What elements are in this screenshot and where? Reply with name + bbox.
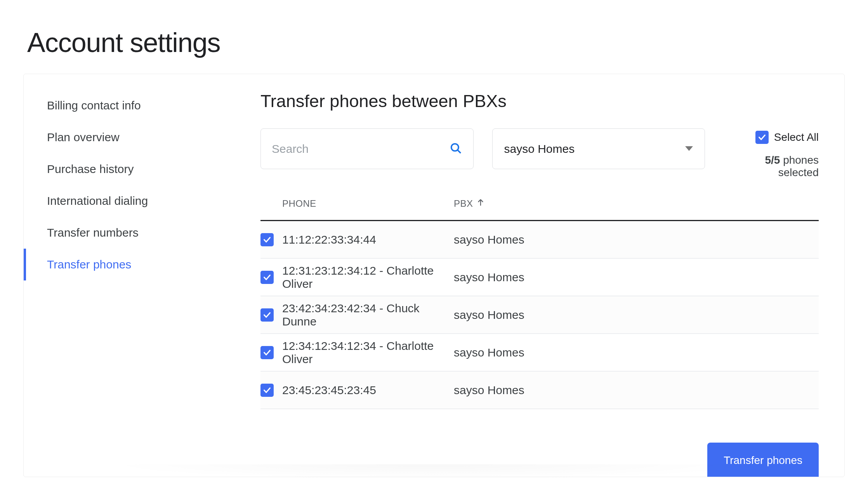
column-pbx[interactable]: PBX (454, 198, 819, 209)
select-all-label: Select All (774, 131, 819, 144)
arrow-up-icon (476, 198, 485, 209)
sidebar-item-billing[interactable]: Billing contact info (24, 90, 260, 121)
row-pbx: sayso Homes (454, 271, 819, 284)
svg-point-0 (451, 144, 458, 151)
row-pbx: sayso Homes (454, 384, 819, 397)
selection-suffix: phones selected (778, 154, 819, 178)
right-controls: Select All 5/5 phones selected (724, 128, 819, 179)
table-row[interactable]: 12:34:12:34:12:34 - Charlotte Oliversays… (260, 334, 819, 372)
pbx-select[interactable]: sayso Homes (492, 128, 705, 169)
sidebar-item-purchase[interactable]: Purchase history (24, 153, 260, 185)
row-phone: 12:31:23:12:34:12 - Charlotte Oliver (282, 264, 454, 291)
sidebar-item-transfer-phones[interactable]: Transfer phones (24, 249, 260, 280)
sidebar-item-plan[interactable]: Plan overview (24, 121, 260, 153)
row-pbx: sayso Homes (454, 233, 819, 246)
dropdown-icon (685, 145, 693, 152)
pbx-selected-label: sayso Homes (504, 142, 575, 156)
row-phone: 23:42:34:23:42:34 - Chuck Dunne (282, 302, 454, 328)
check-icon (263, 348, 271, 357)
check-icon (263, 273, 271, 282)
select-all-toggle[interactable]: Select All (755, 131, 819, 144)
search-icon[interactable] (449, 142, 462, 156)
table-row[interactable]: 23:42:34:23:42:34 - Chuck Dunnesayso Hom… (260, 296, 819, 334)
column-pbx-label: PBX (454, 198, 473, 209)
controls-row: sayso Homes Select All 5/5 phones select… (260, 128, 819, 179)
check-icon (758, 133, 766, 142)
sidebar-item-international[interactable]: International dialing (24, 185, 260, 217)
row-checkbox[interactable] (260, 271, 274, 284)
check-icon (263, 235, 271, 244)
row-pbx: sayso Homes (454, 308, 819, 322)
table-header: PHONE PBX (260, 198, 819, 221)
main-content: Transfer phones between PBXs sayso Homes (260, 74, 844, 477)
phones-table: PHONE PBX 11:12:22:33:34:44sayso Homes12… (260, 198, 819, 409)
settings-panel: Billing contact infoPlan overviewPurchas… (23, 74, 845, 477)
selection-status: 5/5 phones selected (724, 154, 819, 179)
select-all-checkbox[interactable] (755, 131, 769, 144)
sidebar: Billing contact infoPlan overviewPurchas… (24, 74, 260, 477)
row-phone: 23:45:23:45:23:45 (282, 384, 454, 397)
search-input[interactable] (272, 142, 449, 156)
row-checkbox[interactable] (260, 308, 274, 322)
table-row[interactable]: 11:12:22:33:34:44sayso Homes (260, 221, 819, 259)
page-title: Account settings (0, 0, 868, 70)
search-field[interactable] (260, 128, 474, 169)
row-phone: 12:34:12:34:12:34 - Charlotte Oliver (282, 339, 454, 366)
column-phone[interactable]: PHONE (282, 198, 454, 209)
row-pbx: sayso Homes (454, 346, 819, 359)
row-phone: 11:12:22:33:34:44 (282, 233, 454, 246)
row-checkbox[interactable] (260, 346, 274, 359)
row-checkbox[interactable] (260, 384, 274, 397)
row-checkbox[interactable] (260, 233, 274, 246)
table-row[interactable]: 23:45:23:45:23:45sayso Homes (260, 372, 819, 409)
table-row[interactable]: 12:31:23:12:34:12 - Charlotte Oliversays… (260, 259, 819, 296)
check-icon (263, 311, 271, 319)
selection-count: 5/5 (765, 154, 780, 166)
svg-line-1 (457, 150, 460, 153)
main-title: Transfer phones between PBXs (260, 91, 819, 111)
check-icon (263, 386, 271, 394)
sidebar-item-transfer-numbers[interactable]: Transfer numbers (24, 217, 260, 249)
transfer-phones-button[interactable]: Transfer phones (707, 443, 819, 477)
